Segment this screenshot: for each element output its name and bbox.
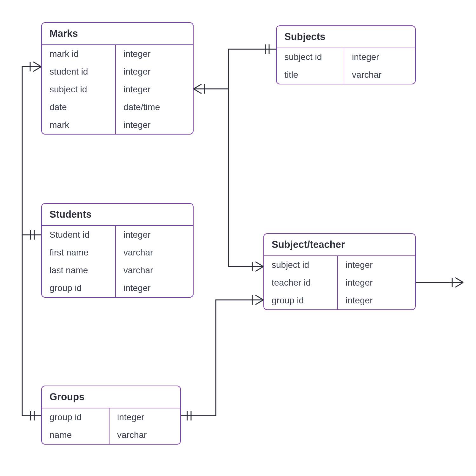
field-type: varchar: [109, 426, 180, 444]
field-name: teacher id: [264, 274, 337, 292]
rel-groups-subjectteacher: [180, 295, 263, 420]
field-name: subject id: [264, 256, 337, 274]
field-name: last name: [42, 261, 115, 279]
field-name: date: [42, 98, 115, 116]
rel-subjectteacher-teachers: [416, 278, 463, 287]
entity-marks: Marks mark id student id subject id date…: [41, 22, 194, 135]
entity-students: Students Student id first name last name…: [41, 203, 194, 298]
field-type: integer: [344, 48, 415, 66]
rel-students-groups: [22, 235, 41, 420]
field-type: varchar: [344, 66, 415, 84]
field-name: subject id: [42, 81, 115, 98]
field-type: integer: [116, 279, 193, 297]
field-type: date/time: [116, 98, 193, 116]
field-name: first name: [42, 244, 115, 261]
entity-title: Students: [42, 204, 193, 226]
field-type: integer: [116, 226, 193, 244]
field-type: integer: [109, 408, 180, 426]
field-type: integer: [338, 292, 415, 309]
field-name: mark: [42, 116, 115, 134]
rel-subjects-subjectteacher: [228, 89, 263, 271]
field-type: integer: [116, 116, 193, 134]
field-name: Student id: [42, 226, 115, 244]
field-type: integer: [116, 45, 193, 63]
field-type: varchar: [116, 244, 193, 261]
field-name: group id: [42, 408, 109, 426]
field-type: varchar: [116, 261, 193, 279]
field-name: subject id: [277, 48, 344, 66]
field-type: integer: [116, 81, 193, 98]
field-type: integer: [116, 63, 193, 81]
entity-title: Subjects: [277, 26, 415, 48]
rel-marks-students: [22, 62, 41, 240]
field-name: name: [42, 426, 109, 444]
field-name: mark id: [42, 45, 115, 63]
entity-title: Marks: [42, 23, 193, 45]
entity-title: Subject/teacher: [264, 234, 415, 256]
field-name: group id: [42, 279, 115, 297]
entity-title: Groups: [42, 386, 180, 408]
entity-subject-teacher: Subject/teacher subject id teacher id gr…: [263, 233, 416, 310]
field-name: group id: [264, 292, 337, 309]
entity-groups: Groups group id name integer varchar: [41, 386, 181, 445]
rel-marks-subjects: [194, 44, 276, 94]
entity-subjects: Subjects subject id title integer varcha…: [276, 25, 416, 84]
field-type: integer: [338, 274, 415, 292]
field-type: integer: [338, 256, 415, 274]
field-name: title: [277, 66, 344, 84]
field-name: student id: [42, 63, 115, 81]
